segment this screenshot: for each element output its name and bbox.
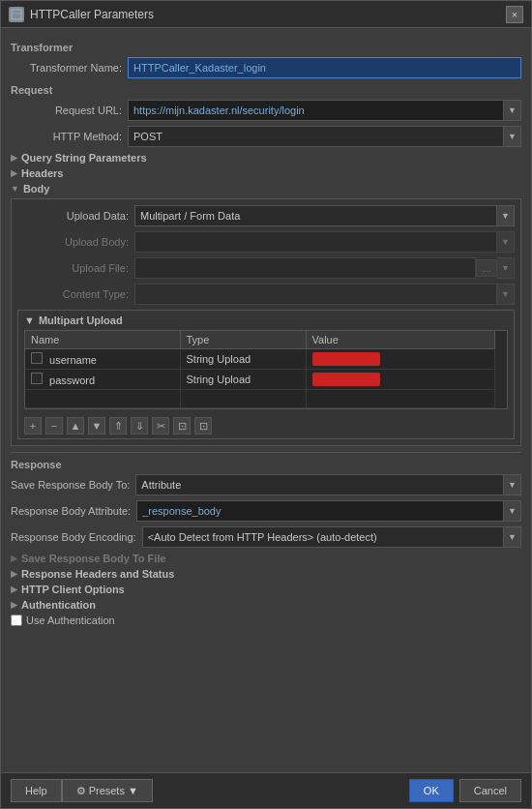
- multipart-toolbar: + − ▲ ▼ ⇑ ⇓ ✂ ⊡ ⊡: [18, 413, 514, 438]
- encoding-label: Response Body Encoding:: [11, 531, 136, 543]
- request-url-wrapper: ▼: [128, 100, 521, 121]
- row1-value: [306, 349, 495, 370]
- response-headers-header[interactable]: ▶ Response Headers and Status: [11, 568, 521, 580]
- transformer-section-header: Transformer: [11, 42, 521, 53]
- save-file-header[interactable]: ▶ Save Response Body To File: [11, 553, 521, 564]
- presets-button[interactable]: ⚙ Presets ▼: [62, 779, 153, 802]
- transformer-name-row: Transformer Name:: [11, 57, 521, 78]
- response-section-header: Response: [11, 459, 521, 470]
- upload-file-label: Upload File:: [17, 262, 129, 274]
- close-button[interactable]: ×: [506, 6, 523, 23]
- save-to-row: Save Response Body To: Attribute ▼: [11, 474, 521, 495]
- table-row[interactable]: username String Upload: [25, 349, 495, 370]
- upload-data-row: Upload Data: Multipart / Form Data ▼: [17, 205, 515, 226]
- window-title: HTTPCaller Parameters: [30, 8, 154, 21]
- upload-data-select[interactable]: Multipart / Form Data: [134, 205, 497, 226]
- bottom-bar: Help ⚙ Presets ▼ OK Cancel: [1, 772, 531, 808]
- method-dropdown-btn[interactable]: ▼: [504, 126, 521, 147]
- row1-name: username: [25, 349, 180, 370]
- transformer-name-input[interactable]: [128, 57, 521, 78]
- headers-header[interactable]: ▶ Headers: [11, 167, 521, 179]
- http-method-wrapper: POST GET PUT DELETE ▼: [128, 126, 521, 147]
- http-method-row: HTTP Method: POST GET PUT DELETE ▼: [11, 126, 521, 147]
- upload-body-label: Upload Body:: [17, 236, 129, 248]
- body-label: Body: [23, 183, 50, 195]
- upload-file-browse-btn: ...: [476, 259, 497, 277]
- attribute-row: Response Body Attribute: ▼: [11, 500, 521, 522]
- attribute-wrapper: ▼: [136, 500, 521, 522]
- use-auth-label[interactable]: Use Authentication: [11, 614, 115, 626]
- encoding-select[interactable]: <Auto Detect from HTTP Headers> (auto-de…: [142, 526, 504, 548]
- http-method-select[interactable]: POST GET PUT DELETE: [128, 126, 504, 147]
- url-dropdown-btn[interactable]: ▼: [504, 100, 521, 121]
- move-down-btn[interactable]: ▼: [88, 417, 105, 434]
- table-row-empty: [25, 390, 495, 408]
- query-string-arrow: ▶: [11, 153, 17, 163]
- cut-btn[interactable]: ✂: [152, 417, 169, 434]
- presets-label: Presets ▼: [89, 785, 138, 796]
- remove-row-btn[interactable]: −: [45, 417, 63, 434]
- add-row-btn[interactable]: +: [24, 417, 42, 434]
- content-type-wrapper: ▼: [134, 284, 515, 305]
- upload-body-dropdown-btn: ▼: [497, 231, 515, 253]
- response-headers-label: Response Headers and Status: [21, 568, 174, 580]
- multipart-label: Multipart Upload: [39, 315, 123, 326]
- move-up-btn[interactable]: ▲: [67, 417, 84, 434]
- query-string-header[interactable]: ▶ Query String Parameters: [11, 152, 521, 164]
- use-auth-checkbox[interactable]: [11, 614, 22, 626]
- encoding-row: Response Body Encoding: <Auto Detect fro…: [11, 526, 521, 548]
- ok-button[interactable]: OK: [409, 779, 454, 802]
- auth-label: Authentication: [21, 599, 96, 611]
- row2-value-redacted: [312, 373, 380, 386]
- table-row[interactable]: password String Upload: [25, 370, 495, 390]
- save-to-select[interactable]: Attribute: [135, 474, 504, 495]
- upload-file-input: [134, 257, 476, 279]
- request-url-row: Request URL: ▼: [11, 100, 521, 121]
- move-top-btn[interactable]: ⇑: [109, 417, 127, 434]
- content-type-row: Content Type: ▼: [17, 284, 515, 305]
- upload-body-row: Upload Body: ▼: [17, 231, 515, 253]
- move-bottom-btn[interactable]: ⇓: [131, 417, 148, 434]
- row2-type: String Upload: [180, 370, 306, 390]
- upload-file-dropdown-btn: ▼: [497, 257, 515, 279]
- upload-file-row: Upload File: ... ▼: [17, 257, 515, 279]
- http-client-arrow: ▶: [11, 584, 17, 594]
- presets-wrapper: ⚙ Presets ▼: [62, 779, 153, 802]
- body-arrow: ▼: [11, 184, 19, 194]
- use-auth-row: Use Authentication: [11, 614, 521, 626]
- copy-btn[interactable]: ⊡: [173, 417, 191, 434]
- upload-data-wrapper: Multipart / Form Data ▼: [134, 205, 515, 226]
- upload-body-wrapper: ▼: [134, 231, 515, 253]
- multipart-arrow: ▼: [24, 315, 35, 326]
- use-auth-text: Use Authentication: [26, 614, 115, 626]
- headers-arrow: ▶: [11, 168, 17, 178]
- auth-header[interactable]: ▶ Authentication: [11, 599, 521, 611]
- encoding-dropdown-btn[interactable]: ▼: [504, 526, 521, 548]
- save-to-wrapper: Attribute ▼: [135, 474, 521, 495]
- body-header[interactable]: ▼ Body: [11, 183, 521, 195]
- save-to-dropdown-btn[interactable]: ▼: [504, 474, 521, 495]
- request-url-input[interactable]: [128, 100, 504, 121]
- row2-name-text: password: [49, 375, 95, 386]
- upload-data-dropdown-btn[interactable]: ▼: [497, 205, 515, 226]
- row1-type: String Upload: [180, 349, 306, 370]
- attribute-input[interactable]: [136, 500, 504, 522]
- paste-btn[interactable]: ⊡: [194, 417, 212, 434]
- cancel-button[interactable]: Cancel: [459, 779, 521, 802]
- help-button[interactable]: Help: [11, 779, 62, 802]
- col-type: Type: [180, 331, 306, 349]
- attribute-label: Response Body Attribute:: [11, 505, 131, 517]
- main-window: HTTPCaller Parameters × Transformer Tran…: [0, 0, 532, 809]
- row1-checkbox[interactable]: [31, 352, 43, 364]
- multipart-upload-section: ▼ Multipart Upload Name Type Value: [17, 310, 515, 439]
- multipart-upload-header[interactable]: ▼ Multipart Upload: [18, 311, 514, 330]
- table-container: Name Type Value username: [25, 331, 507, 408]
- auth-arrow: ▶: [11, 600, 17, 610]
- body-section: Upload Data: Multipart / Form Data ▼ Upl…: [11, 198, 521, 446]
- request-url-label: Request URL:: [11, 105, 122, 116]
- table-scrollbar[interactable]: [495, 331, 507, 408]
- attribute-dropdown-btn[interactable]: ▼: [504, 500, 521, 522]
- row2-checkbox[interactable]: [31, 373, 43, 384]
- http-method-label: HTTP Method:: [11, 131, 122, 142]
- http-client-header[interactable]: ▶ HTTP Client Options: [11, 584, 521, 595]
